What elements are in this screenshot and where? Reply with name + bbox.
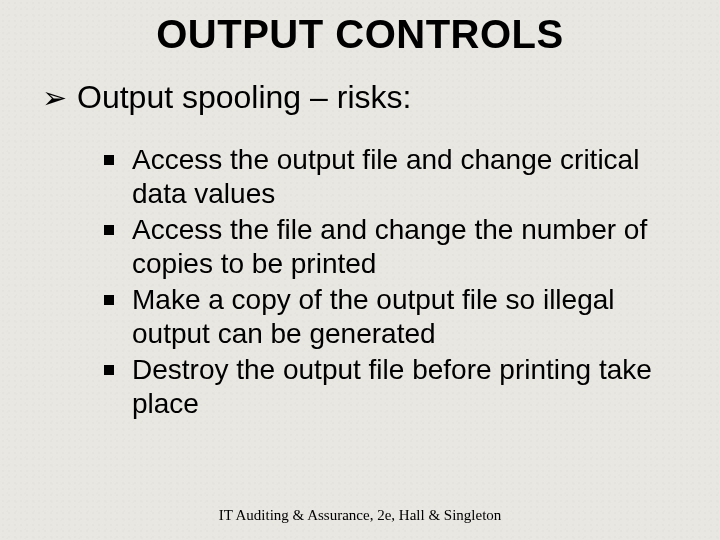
sub-bullet-list: Access the output file and change critic… [104, 143, 670, 421]
list-item: Access the output file and change critic… [104, 143, 670, 211]
list-item-text: Make a copy of the output file so illega… [132, 283, 670, 351]
main-bullet-text: Output spooling – risks: [77, 79, 411, 116]
square-bullet-icon [104, 365, 114, 375]
list-item: Make a copy of the output file so illega… [104, 283, 670, 351]
square-bullet-icon [104, 155, 114, 165]
list-item-text: Access the file and change the number of… [132, 213, 670, 281]
slide: OUTPUT CONTROLS ➢ Output spooling – risk… [0, 0, 720, 540]
square-bullet-icon [104, 295, 114, 305]
arrow-icon: ➢ [42, 79, 67, 117]
list-item-text: Destroy the output file before printing … [132, 353, 670, 421]
list-item-text: Access the output file and change critic… [132, 143, 670, 211]
square-bullet-icon [104, 225, 114, 235]
main-bullet: ➢ Output spooling – risks: [42, 79, 680, 117]
slide-title: OUTPUT CONTROLS [40, 12, 680, 57]
list-item: Destroy the output file before printing … [104, 353, 670, 421]
footer-text: IT Auditing & Assurance, 2e, Hall & Sing… [0, 507, 720, 524]
list-item: Access the file and change the number of… [104, 213, 670, 281]
